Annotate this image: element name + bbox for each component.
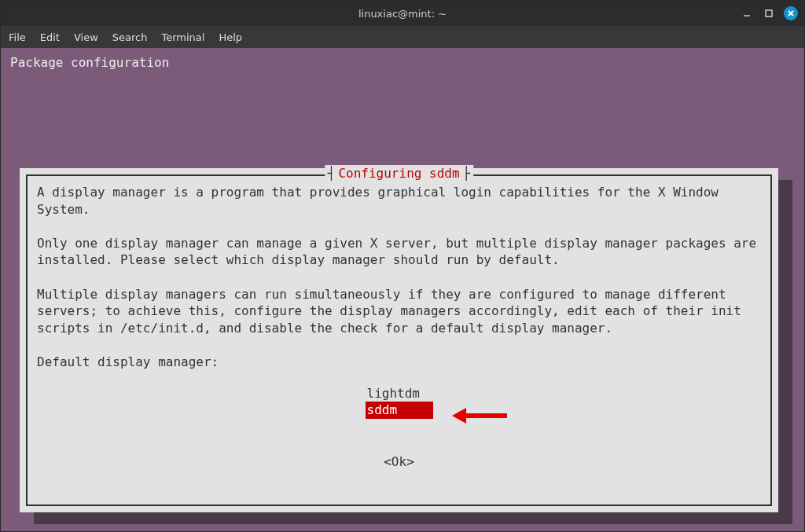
dialog-title-wrap: ┤ Configuring sddm ├ — [325, 165, 473, 182]
dialog-body-3: Multiple display managers can run simult… — [37, 286, 761, 337]
close-button[interactable] — [784, 6, 798, 20]
package-config-title: Package configuration — [10, 54, 169, 72]
dialog-title: Configuring sddm — [338, 165, 459, 182]
dialog-body-2: Only one display manager can manage a gi… — [37, 235, 761, 269]
dialog-title-decoration-left: ┤ — [328, 165, 336, 182]
menu-view[interactable]: View — [74, 31, 98, 43]
svg-rect-1 — [766, 10, 772, 17]
menu-search[interactable]: Search — [112, 31, 148, 43]
dialog-inner: ┤ Configuring sddm ├ A display manager i… — [26, 174, 772, 506]
window-controls — [740, 6, 798, 20]
arrow-shaft — [465, 413, 507, 418]
dialog-box: ┤ Configuring sddm ├ A display manager i… — [20, 168, 778, 512]
ok-button[interactable]: <Ok> — [37, 453, 761, 471]
dialog-title-decoration-right: ├ — [463, 165, 471, 182]
menu-help[interactable]: Help — [219, 31, 242, 43]
option-sddm[interactable]: sddm — [366, 402, 433, 419]
option-lightdm[interactable]: lightdm — [366, 385, 433, 402]
dialog-body-1: A display manager is a program that prov… — [37, 184, 761, 218]
option-list: lightdm sddm — [37, 385, 761, 419]
ok-button-label: <Ok> — [384, 454, 414, 469]
window-titlebar: linuxiac@mint: ~ — [1, 1, 804, 26]
menu-edit[interactable]: Edit — [40, 31, 60, 43]
minimize-button[interactable] — [740, 6, 754, 20]
window-title: linuxiac@mint: ~ — [358, 8, 447, 20]
menubar: File Edit View Search Terminal Help — [1, 26, 804, 48]
maximize-button[interactable] — [762, 6, 776, 20]
dialog-prompt: Default display manager: — [37, 354, 761, 371]
menu-file[interactable]: File — [9, 31, 26, 43]
menu-terminal[interactable]: Terminal — [161, 31, 204, 43]
terminal-area: Package configuration ┤ Configuring sddm… — [1, 48, 804, 531]
